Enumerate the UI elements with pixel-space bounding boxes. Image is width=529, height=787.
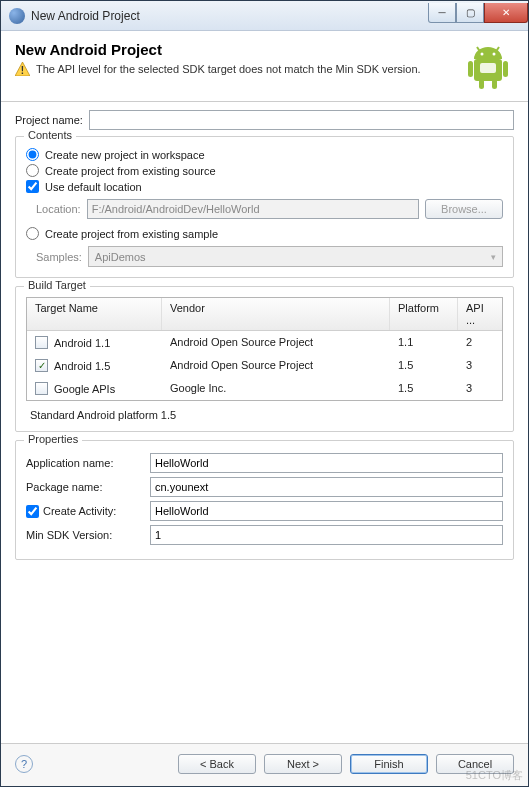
contents-title: Contents [24,129,76,141]
dialog-window: New Android Project ─ ▢ ✕ New Android Pr… [0,0,529,787]
target-checkbox[interactable] [35,336,48,349]
titlebar[interactable]: New Android Project ─ ▢ ✕ [1,1,528,31]
svg-rect-5 [479,79,484,89]
svg-rect-6 [492,79,497,89]
footer-bar: ? < Back Next > Finish Cancel [1,743,528,786]
radio-existing-label: Create project from existing source [45,165,216,177]
warning-text: The API level for the selected SDK targe… [36,62,421,77]
eclipse-icon [9,8,25,24]
col-vendor[interactable]: Vendor [162,298,390,330]
samples-value: ApiDemos [95,251,146,263]
project-name-label: Project name: [15,114,83,126]
table-row[interactable]: ✓Android 1.5 Android Open Source Project… [27,354,502,377]
table-row[interactable]: Google APIs Google Inc. 1.5 3 [27,377,502,400]
header-banner: New Android Project ! The API level for … [1,31,528,102]
finish-button[interactable]: Finish [350,754,428,774]
standard-platform-text: Standard Android platform 1.5 [30,409,503,421]
build-target-group: Build Target Target Name Vendor Platform… [15,286,514,432]
checkbox-create-activity[interactable] [26,505,39,518]
browse-button[interactable]: Browse... [425,199,503,219]
android-icon [462,41,514,93]
samples-label: Samples: [36,251,82,263]
col-platform[interactable]: Platform [390,298,458,330]
min-sdk-label: Min SDK Version: [26,529,144,541]
radio-new-project[interactable] [26,148,39,161]
radio-existing-source[interactable] [26,164,39,177]
help-icon[interactable]: ? [15,755,33,773]
project-name-input[interactable] [89,110,514,130]
package-name-label: Package name: [26,481,144,493]
checkbox-default-location[interactable] [26,180,39,193]
back-button[interactable]: < Back [178,754,256,774]
table-row[interactable]: Android 1.1 Android Open Source Project … [27,331,502,354]
target-checkbox[interactable] [35,382,48,395]
svg-rect-11 [480,63,496,73]
default-location-label: Use default location [45,181,142,193]
target-checkbox[interactable]: ✓ [35,359,48,372]
package-name-input[interactable] [150,477,503,497]
window-controls: ─ ▢ ✕ [428,3,528,23]
svg-point-10 [493,53,496,56]
build-target-table: Target Name Vendor Platform API ... Andr… [26,297,503,401]
radio-existing-sample[interactable] [26,227,39,240]
location-label: Location: [36,203,81,215]
svg-point-9 [481,53,484,56]
col-api[interactable]: API ... [458,298,502,330]
create-activity-label: Create Activity: [43,505,116,517]
svg-text:!: ! [21,65,24,76]
build-title: Build Target [24,279,90,291]
page-title: New Android Project [15,41,454,58]
app-name-label: Application name: [26,457,144,469]
properties-group: Properties Application name: Package nam… [15,440,514,560]
properties-title: Properties [24,433,82,445]
watermark: 51CTO博客 [466,768,523,783]
location-input [87,199,419,219]
contents-group: Contents Create new project in workspace… [15,136,514,278]
svg-rect-4 [503,61,508,77]
chevron-down-icon: ▾ [491,252,496,262]
minimize-button[interactable]: ─ [428,3,456,23]
maximize-button[interactable]: ▢ [456,3,484,23]
app-name-input[interactable] [150,453,503,473]
samples-combo: ApiDemos ▾ [88,246,503,267]
radio-new-label: Create new project in workspace [45,149,205,161]
window-title: New Android Project [31,9,428,23]
activity-name-input[interactable] [150,501,503,521]
min-sdk-input[interactable] [150,525,503,545]
next-button[interactable]: Next > [264,754,342,774]
warning-icon: ! [15,62,30,76]
svg-rect-3 [468,61,473,77]
col-target-name[interactable]: Target Name [27,298,162,330]
close-button[interactable]: ✕ [484,3,528,23]
radio-sample-label: Create project from existing sample [45,228,218,240]
